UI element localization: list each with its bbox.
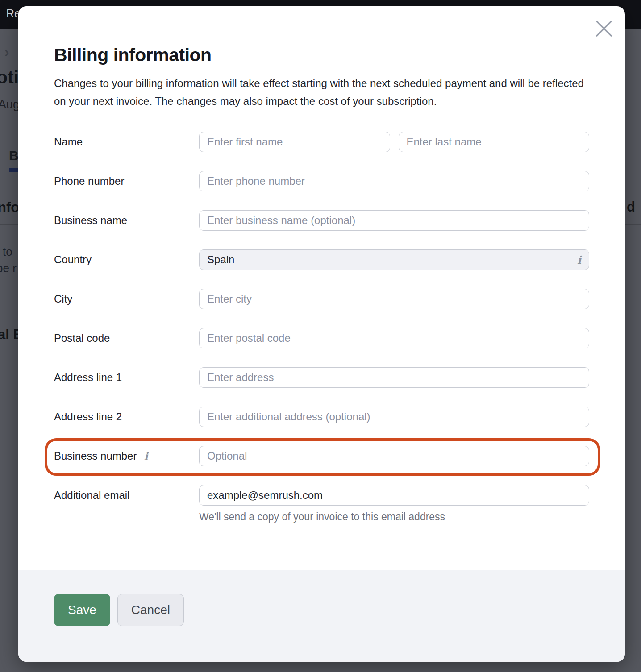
phone-label: Phone number xyxy=(54,175,199,187)
country-select[interactable]: Spain i xyxy=(199,249,589,270)
city-input[interactable] xyxy=(199,289,589,309)
business-number-label: Business number i xyxy=(54,450,199,463)
section-heading-right-fragment: d xyxy=(627,199,635,215)
form-row-country: Country Spain i xyxy=(54,249,589,270)
modal-title: Billing information xyxy=(54,45,589,66)
postal-code-label: Postal code xyxy=(54,332,199,344)
form-row-address-1: Address line 1 xyxy=(54,367,589,388)
cancel-button[interactable]: Cancel xyxy=(117,594,184,626)
chevron-right-icon: › xyxy=(4,44,9,60)
billing-form: Name Phone number Business name Country … xyxy=(54,132,589,539)
active-tab-underline xyxy=(9,168,19,172)
form-row-business-name: Business name xyxy=(54,210,589,231)
form-row-city: City xyxy=(54,289,589,309)
close-icon[interactable] xyxy=(595,20,612,37)
business-number-input[interactable] xyxy=(199,446,589,466)
tab-fragment: B xyxy=(9,148,19,163)
modal-footer: Save Cancel xyxy=(18,570,625,662)
billing-information-modal: Billing information Changes to your bill… xyxy=(18,6,625,662)
city-label: City xyxy=(54,293,199,305)
email-helper-text: We'll send a copy of your invoice to thi… xyxy=(199,511,589,539)
first-name-input[interactable] xyxy=(199,132,390,152)
address-line-2-label: Address line 2 xyxy=(54,411,199,423)
additional-email-input[interactable] xyxy=(199,485,589,506)
save-button[interactable]: Save xyxy=(54,594,110,626)
info-icon[interactable]: i xyxy=(577,253,581,266)
form-row-name: Name xyxy=(54,132,589,152)
page-title-fragment: oti xyxy=(0,67,19,88)
business-name-label: Business name xyxy=(54,214,199,227)
form-row-additional-email: Additional email xyxy=(54,485,589,506)
business-name-input[interactable] xyxy=(199,210,589,231)
name-label: Name xyxy=(54,136,199,148)
address-line-2-input[interactable] xyxy=(199,407,589,427)
form-row-phone: Phone number xyxy=(54,171,589,191)
modal-description: Changes to your billing information will… xyxy=(54,75,590,110)
info-icon[interactable]: i xyxy=(144,450,148,463)
form-row-business-number: Business number i xyxy=(54,446,589,466)
date-fragment: Aug xyxy=(0,98,20,112)
last-name-input[interactable] xyxy=(399,132,590,152)
address-line-1-input[interactable] xyxy=(199,367,589,388)
postal-code-input[interactable] xyxy=(199,328,589,348)
additional-email-label: Additional email xyxy=(54,489,199,502)
section-heading-left-fragment: nfo xyxy=(0,199,19,216)
country-value: Spain xyxy=(207,253,234,266)
form-row-address-2: Address line 2 xyxy=(54,407,589,427)
country-label: Country xyxy=(54,253,199,266)
body-text-fragment: to xyxy=(3,245,12,259)
form-row-postal-code: Postal code xyxy=(54,328,589,348)
body-text-fragment: be r xyxy=(0,261,17,275)
phone-input[interactable] xyxy=(199,171,589,191)
address-line-1-label: Address line 1 xyxy=(54,371,199,384)
